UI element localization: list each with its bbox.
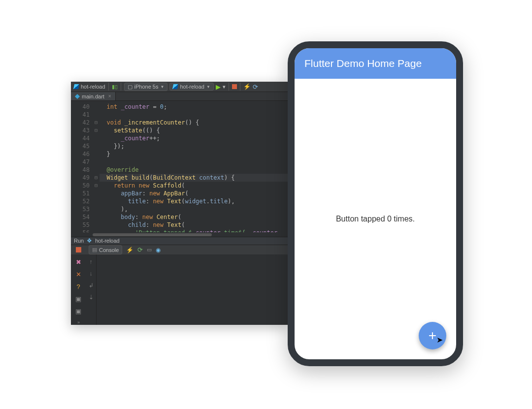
separator — [229, 83, 229, 91]
console-output[interactable] — [97, 254, 288, 325]
close-icon[interactable]: × — [108, 94, 111, 99]
console-tabs: ▤ Console ⚡ ⟳ ▭ ◉ — [86, 245, 164, 254]
expand-icon[interactable]: » — [77, 320, 79, 325]
hot-restart-button[interactable]: ⟳ — [253, 83, 258, 91]
app-bar-title: Flutter Demo Home Page — [304, 58, 422, 69]
scrollbar-thumb[interactable] — [93, 233, 212, 236]
editor-tab[interactable]: main.dart × — [71, 92, 116, 100]
run-button[interactable]: ▶ — [216, 83, 221, 91]
separator — [108, 83, 109, 91]
plus-icon: + — [429, 329, 436, 343]
device-icon: ▢ — [128, 84, 133, 90]
counter-text: Button tapped 0 times. — [336, 215, 415, 223]
stop-button[interactable] — [76, 247, 81, 252]
flutter-logo-icon: ❖ — [87, 237, 92, 244]
app-bar: Flutter Demo Home Page — [295, 48, 456, 79]
close-panel-icon[interactable]: ✕ — [76, 271, 81, 278]
console-toolbar: ▤ Console ⚡ ⟳ ▭ ◉ — [71, 245, 288, 254]
ide-toolbar: hot-reload ▮▯ ▢ iPhone 5s ▼ hot-reload ▼… — [71, 82, 288, 92]
separator — [121, 83, 121, 91]
more-icon[interactable]: ▣ — [75, 308, 81, 315]
console-stop-col — [71, 247, 86, 252]
open-devtools-button[interactable]: ◉ — [156, 247, 161, 253]
hot-restart-button[interactable]: ⟳ — [137, 246, 143, 253]
run-config-selector[interactable]: hot-reload ▼ — [169, 83, 213, 91]
stop-button[interactable] — [232, 84, 237, 89]
attach-icon[interactable]: ▭ — [147, 247, 152, 253]
console-tab[interactable]: ▤ Console — [89, 245, 122, 254]
toolbar-project: hot-reload — [81, 84, 105, 90]
chevron-down-icon: ▼ — [206, 85, 210, 89]
hot-reload-button[interactable]: ⚡ — [126, 247, 133, 253]
device-selector[interactable]: ▢ iPhone 5s ▼ — [124, 83, 168, 91]
help-icon[interactable]: ? — [76, 283, 80, 290]
device-frame: Flutter Demo Home Page Button tapped 0 t… — [288, 41, 463, 366]
run-panel-config: hot-reload — [95, 238, 120, 244]
ide-window: hot-reload ▮▯ ▢ iPhone 5s ▼ hot-reload ▼… — [71, 82, 288, 325]
chevron-down-icon: ▼ — [160, 85, 164, 89]
editor-tab-label: main.dart — [82, 94, 104, 99]
editor-tabs: main.dart × — [71, 92, 288, 101]
up-icon[interactable]: ↑ — [90, 258, 93, 265]
device-body: Button tapped 0 times. + ➤ — [295, 79, 456, 359]
dart-file-icon — [75, 94, 80, 99]
console-icon: ▤ — [92, 247, 97, 253]
device-selector-label: iPhone 5s — [134, 84, 159, 90]
console-main: ↑ ↓ ↲ ⇣ — [86, 254, 288, 325]
flutter-logo-icon — [172, 84, 178, 89]
wrap-icon[interactable]: ↲ — [89, 282, 94, 289]
fold-column: ⊟⊟⊟⊟ — [93, 101, 100, 232]
run-menu-chevron[interactable]: ▾ — [223, 84, 226, 90]
console-left-sidebar: ✖ ✕ ? ▣ ▣ » — [71, 254, 86, 325]
project-tree-icon[interactable]: ▮▯ — [112, 84, 118, 90]
pin-icon[interactable]: ✖ — [76, 258, 81, 266]
console-tab-label: Console — [99, 247, 119, 253]
separator — [240, 83, 240, 91]
line-gutter: 4041424344454647484950515253545556575859 — [71, 101, 93, 232]
flutter-logo-icon — [73, 84, 79, 89]
console-body: ✖ ✕ ? ▣ ▣ » ↑ ↓ ↲ ⇣ — [71, 254, 288, 325]
run-tool-bar[interactable]: Run ❖ hot-reload — [71, 237, 288, 245]
code-area[interactable]: int _counter = 0; void _incrementCounter… — [100, 101, 288, 232]
run-panel-label: Run — [74, 238, 84, 244]
console-output-controls: ↑ ↓ ↲ ⇣ — [86, 254, 97, 325]
scroll-icon[interactable]: ⇣ — [89, 294, 94, 301]
hot-reload-button[interactable]: ⚡ — [243, 83, 251, 90]
down-icon[interactable]: ↓ — [90, 270, 93, 277]
editor-horizontal-scrollbar[interactable] — [71, 232, 288, 236]
code-editor[interactable]: 4041424344454647484950515253545556575859… — [71, 101, 288, 232]
floating-action-button[interactable]: + — [419, 322, 446, 349]
run-config-label: hot-reload — [180, 84, 204, 90]
layout-icon[interactable]: ▣ — [75, 295, 81, 303]
